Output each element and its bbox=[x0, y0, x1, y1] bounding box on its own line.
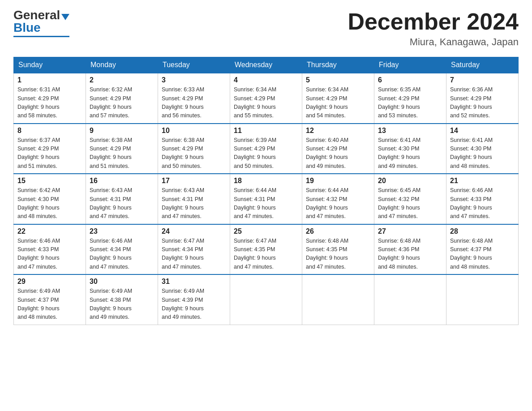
day-info: Sunrise: 6:38 AMSunset: 4:29 PMDaylight:… bbox=[90, 136, 154, 171]
weekday-header-sunday: Sunday bbox=[14, 57, 86, 73]
day-info: Sunrise: 6:43 AMSunset: 4:31 PMDaylight:… bbox=[90, 186, 154, 221]
day-number: 14 bbox=[450, 127, 515, 135]
day-info: Sunrise: 6:43 AMSunset: 4:31 PMDaylight:… bbox=[162, 186, 226, 221]
day-number: 3 bbox=[162, 76, 226, 84]
weekday-header-saturday: Saturday bbox=[446, 57, 519, 73]
day-info: Sunrise: 6:48 AMSunset: 4:35 PMDaylight:… bbox=[306, 237, 370, 272]
day-number: 31 bbox=[162, 278, 226, 286]
calendar-day-cell: 5Sunrise: 6:34 AMSunset: 4:29 PMDaylight… bbox=[302, 73, 374, 124]
day-info: Sunrise: 6:41 AMSunset: 4:30 PMDaylight:… bbox=[450, 136, 515, 171]
day-info: Sunrise: 6:44 AMSunset: 4:31 PMDaylight:… bbox=[234, 186, 298, 221]
day-number: 5 bbox=[306, 76, 370, 84]
calendar-day-cell: 3Sunrise: 6:33 AMSunset: 4:29 PMDaylight… bbox=[158, 73, 230, 124]
title-area: December 2024 Miura, Kanagawa, Japan bbox=[348, 9, 519, 48]
day-number: 15 bbox=[17, 177, 82, 185]
day-number: 2 bbox=[90, 76, 154, 84]
day-number: 29 bbox=[17, 278, 82, 286]
calendar-day-cell: 18Sunrise: 6:44 AMSunset: 4:31 PMDayligh… bbox=[230, 174, 302, 224]
weekday-header-monday: Monday bbox=[86, 57, 158, 73]
logo-general-text: General bbox=[13, 9, 60, 21]
empty-cell bbox=[302, 274, 374, 325]
calendar-day-cell: 9Sunrise: 6:38 AMSunset: 4:29 PMDaylight… bbox=[86, 124, 158, 174]
calendar-day-cell: 21Sunrise: 6:46 AMSunset: 4:33 PMDayligh… bbox=[446, 174, 519, 224]
empty-cell bbox=[446, 274, 519, 325]
calendar-day-cell: 26Sunrise: 6:48 AMSunset: 4:35 PMDayligh… bbox=[302, 224, 374, 275]
day-info: Sunrise: 6:46 AMSunset: 4:33 PMDaylight:… bbox=[17, 237, 82, 272]
day-number: 22 bbox=[17, 227, 82, 235]
logo-triangle-icon bbox=[61, 14, 69, 20]
calendar-day-cell: 13Sunrise: 6:41 AMSunset: 4:30 PMDayligh… bbox=[374, 124, 446, 174]
day-info: Sunrise: 6:45 AMSunset: 4:32 PMDaylight:… bbox=[378, 186, 442, 221]
day-info: Sunrise: 6:49 AMSunset: 4:38 PMDaylight:… bbox=[90, 287, 154, 322]
day-number: 12 bbox=[306, 127, 370, 135]
day-number: 16 bbox=[90, 177, 154, 185]
day-info: Sunrise: 6:49 AMSunset: 4:37 PMDaylight:… bbox=[17, 287, 82, 322]
month-title: December 2024 bbox=[348, 9, 519, 34]
day-info: Sunrise: 6:32 AMSunset: 4:29 PMDaylight:… bbox=[90, 86, 154, 120]
day-info: Sunrise: 6:44 AMSunset: 4:32 PMDaylight:… bbox=[306, 186, 370, 221]
day-number: 1 bbox=[17, 76, 82, 84]
day-info: Sunrise: 6:42 AMSunset: 4:30 PMDaylight:… bbox=[17, 186, 82, 221]
calendar-day-cell: 6Sunrise: 6:35 AMSunset: 4:29 PMDaylight… bbox=[374, 73, 446, 124]
calendar-day-cell: 20Sunrise: 6:45 AMSunset: 4:32 PMDayligh… bbox=[374, 174, 446, 224]
day-number: 19 bbox=[306, 177, 370, 185]
calendar-day-cell: 17Sunrise: 6:43 AMSunset: 4:31 PMDayligh… bbox=[158, 174, 230, 224]
day-number: 25 bbox=[234, 227, 298, 235]
day-info: Sunrise: 6:49 AMSunset: 4:39 PMDaylight:… bbox=[162, 287, 226, 322]
calendar-day-cell: 11Sunrise: 6:39 AMSunset: 4:29 PMDayligh… bbox=[230, 124, 302, 174]
calendar-day-cell: 31Sunrise: 6:49 AMSunset: 4:39 PMDayligh… bbox=[158, 274, 230, 325]
day-info: Sunrise: 6:46 AMSunset: 4:34 PMDaylight:… bbox=[90, 237, 154, 272]
day-info: Sunrise: 6:36 AMSunset: 4:29 PMDaylight:… bbox=[450, 86, 515, 120]
day-info: Sunrise: 6:39 AMSunset: 4:29 PMDaylight:… bbox=[234, 136, 298, 171]
day-number: 26 bbox=[306, 227, 370, 235]
calendar-week-row: 29Sunrise: 6:49 AMSunset: 4:37 PMDayligh… bbox=[14, 274, 519, 325]
day-info: Sunrise: 6:40 AMSunset: 4:29 PMDaylight:… bbox=[306, 136, 370, 171]
calendar-week-row: 22Sunrise: 6:46 AMSunset: 4:33 PMDayligh… bbox=[14, 224, 519, 275]
calendar-day-cell: 29Sunrise: 6:49 AMSunset: 4:37 PMDayligh… bbox=[14, 274, 86, 325]
calendar-week-row: 15Sunrise: 6:42 AMSunset: 4:30 PMDayligh… bbox=[14, 174, 519, 224]
weekday-header-wednesday: Wednesday bbox=[230, 57, 302, 73]
day-number: 7 bbox=[450, 76, 515, 84]
day-info: Sunrise: 6:38 AMSunset: 4:29 PMDaylight:… bbox=[162, 136, 226, 171]
day-number: 6 bbox=[378, 76, 442, 84]
empty-cell bbox=[374, 274, 446, 325]
weekday-header-friday: Friday bbox=[374, 57, 446, 73]
day-number: 8 bbox=[17, 127, 82, 135]
calendar-day-cell: 12Sunrise: 6:40 AMSunset: 4:29 PMDayligh… bbox=[302, 124, 374, 174]
day-number: 9 bbox=[90, 127, 154, 135]
logo-underline bbox=[13, 36, 69, 37]
day-number: 11 bbox=[234, 127, 298, 135]
calendar-day-cell: 10Sunrise: 6:38 AMSunset: 4:29 PMDayligh… bbox=[158, 124, 230, 174]
calendar-day-cell: 15Sunrise: 6:42 AMSunset: 4:30 PMDayligh… bbox=[14, 174, 86, 224]
calendar-day-cell: 16Sunrise: 6:43 AMSunset: 4:31 PMDayligh… bbox=[86, 174, 158, 224]
weekday-header-tuesday: Tuesday bbox=[158, 57, 230, 73]
calendar-day-cell: 30Sunrise: 6:49 AMSunset: 4:38 PMDayligh… bbox=[86, 274, 158, 325]
calendar-day-cell: 1Sunrise: 6:31 AMSunset: 4:29 PMDaylight… bbox=[14, 73, 86, 124]
day-info: Sunrise: 6:47 AMSunset: 4:35 PMDaylight:… bbox=[234, 237, 298, 272]
calendar-day-cell: 28Sunrise: 6:48 AMSunset: 4:37 PMDayligh… bbox=[446, 224, 519, 275]
calendar-week-row: 1Sunrise: 6:31 AMSunset: 4:29 PMDaylight… bbox=[14, 73, 519, 124]
day-info: Sunrise: 6:46 AMSunset: 4:33 PMDaylight:… bbox=[450, 186, 515, 221]
calendar-day-cell: 23Sunrise: 6:46 AMSunset: 4:34 PMDayligh… bbox=[86, 224, 158, 275]
calendar-day-cell: 25Sunrise: 6:47 AMSunset: 4:35 PMDayligh… bbox=[230, 224, 302, 275]
day-info: Sunrise: 6:47 AMSunset: 4:34 PMDaylight:… bbox=[162, 237, 226, 272]
calendar-day-cell: 27Sunrise: 6:48 AMSunset: 4:36 PMDayligh… bbox=[374, 224, 446, 275]
day-number: 28 bbox=[450, 227, 515, 235]
day-number: 13 bbox=[378, 127, 442, 135]
day-info: Sunrise: 6:34 AMSunset: 4:29 PMDaylight:… bbox=[306, 86, 370, 120]
day-info: Sunrise: 6:48 AMSunset: 4:37 PMDaylight:… bbox=[450, 237, 515, 272]
day-info: Sunrise: 6:33 AMSunset: 4:29 PMDaylight:… bbox=[162, 86, 226, 120]
calendar-day-cell: 22Sunrise: 6:46 AMSunset: 4:33 PMDayligh… bbox=[14, 224, 86, 275]
weekday-header-thursday: Thursday bbox=[302, 57, 374, 73]
calendar-day-cell: 24Sunrise: 6:47 AMSunset: 4:34 PMDayligh… bbox=[158, 224, 230, 275]
calendar-day-cell: 7Sunrise: 6:36 AMSunset: 4:29 PMDaylight… bbox=[446, 73, 519, 124]
calendar-day-cell: 14Sunrise: 6:41 AMSunset: 4:30 PMDayligh… bbox=[446, 124, 519, 174]
day-number: 30 bbox=[90, 278, 154, 286]
day-info: Sunrise: 6:31 AMSunset: 4:29 PMDaylight:… bbox=[17, 86, 82, 120]
day-number: 24 bbox=[162, 227, 226, 235]
logo: General Blue bbox=[13, 9, 69, 37]
day-info: Sunrise: 6:34 AMSunset: 4:29 PMDaylight:… bbox=[234, 86, 298, 120]
day-info: Sunrise: 6:37 AMSunset: 4:29 PMDaylight:… bbox=[17, 136, 82, 171]
day-number: 21 bbox=[450, 177, 515, 185]
day-number: 4 bbox=[234, 76, 298, 84]
